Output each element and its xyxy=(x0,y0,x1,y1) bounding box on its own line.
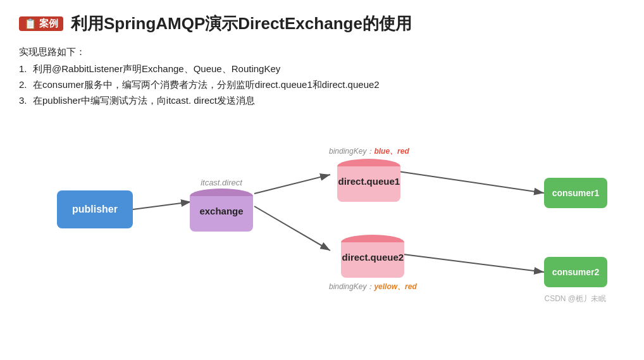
content-section: 实现思路如下： 1. 利用@RabbitListener声明Exchange、Q… xyxy=(19,46,625,107)
queue1-key-text: blue、red xyxy=(374,147,409,156)
step-2-text: 在consumer服务中，编写两个消费者方法，分别监听direct.queue1… xyxy=(33,79,380,91)
publisher-node: publisher xyxy=(57,190,133,228)
svg-line-4 xyxy=(399,171,544,193)
badge: 📋 案例 xyxy=(19,16,63,31)
page-title: 利用SpringAMQP演示DirectExchange的使用 xyxy=(71,13,412,35)
queue2-key-text: yellow、red xyxy=(374,282,416,291)
publisher-label: publisher xyxy=(72,204,118,215)
svg-line-3 xyxy=(254,206,330,251)
badge-label: 案例 xyxy=(39,18,58,30)
exchange-wrap: itcast.direct exchange xyxy=(190,178,253,233)
queue1-cylinder: direct.queue1 xyxy=(337,159,400,203)
intro-text: 实现思路如下： xyxy=(19,46,625,58)
svg-line-5 xyxy=(399,254,544,272)
list-item: 1. 利用@RabbitListener声明Exchange、Queue、Rou… xyxy=(19,63,625,75)
svg-line-1 xyxy=(133,202,191,209)
page: 📋 案例 利用SpringAMQP演示DirectExchange的使用 实现思… xyxy=(0,0,644,360)
consumer2-label: consumer2 xyxy=(552,267,600,277)
watermark: CSDN @栀丿未眠 xyxy=(544,294,606,304)
queue1-binding-key: bindingKey：blue、red xyxy=(329,146,409,157)
step-3-text: 在publisher中编写测试方法，向itcast. direct发送消息 xyxy=(33,95,255,107)
queue2-label: direct.queue2 xyxy=(341,235,404,279)
exchange-top-label: itcast.direct xyxy=(201,178,242,187)
exchange-label: exchange xyxy=(190,189,253,233)
queue2-binding-key: bindingKey：yellow、red xyxy=(329,282,417,292)
steps-list: 1. 利用@RabbitListener声明Exchange、Queue、Rou… xyxy=(19,63,625,107)
badge-icon: 📋 xyxy=(24,18,37,30)
queue1-label: direct.queue1 xyxy=(337,159,400,203)
header: 📋 案例 利用SpringAMQP演示DirectExchange的使用 xyxy=(19,13,625,35)
step-1-text: 利用@RabbitListener声明Exchange、Queue、Routin… xyxy=(33,63,280,75)
list-item: 3. 在publisher中编写测试方法，向itcast. direct发送消息 xyxy=(19,95,625,107)
consumer1-label: consumer1 xyxy=(552,188,600,198)
queue2-cylinder: direct.queue2 xyxy=(341,235,404,279)
diagram: publisher itcast.direct exchange binding… xyxy=(19,115,625,311)
consumer2-node: consumer2 xyxy=(544,257,607,287)
list-item: 2. 在consumer服务中，编写两个消费者方法，分别监听direct.que… xyxy=(19,79,625,91)
svg-line-2 xyxy=(254,175,330,194)
exchange-cylinder: exchange xyxy=(190,189,253,233)
consumer1-node: consumer1 xyxy=(544,178,607,208)
queue1-wrap: bindingKey：blue、red direct.queue1 xyxy=(329,146,409,203)
queue2-wrap: direct.queue2 bindingKey：yellow、red xyxy=(329,235,417,294)
